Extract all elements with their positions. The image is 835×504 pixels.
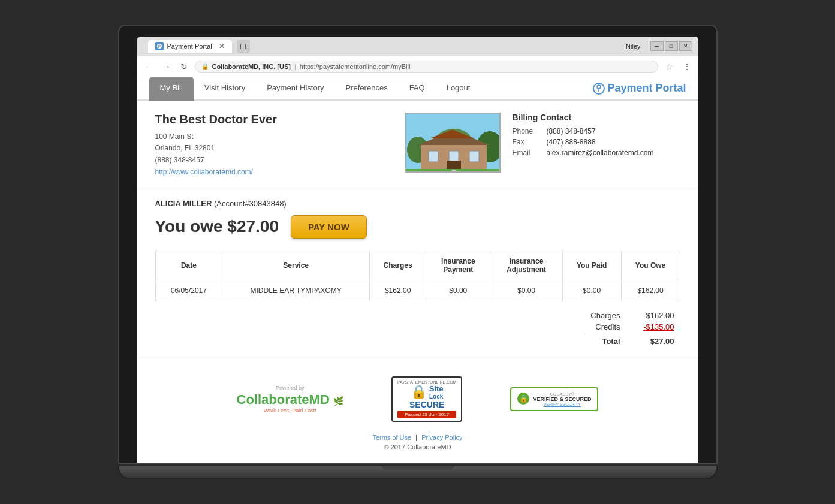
summary-charges-label: Charges bbox=[584, 311, 620, 320]
sitelock-lock-icon: 🔒 bbox=[411, 384, 427, 400]
sitelock-badge[interactable]: PAYSTATEMENTONLINE.COM 🔒 Site Lock SECUR… bbox=[391, 376, 463, 422]
summary-total-label: Total bbox=[584, 337, 620, 346]
page-footer: Powered by CollaborateMD 🌿 Work Less, Pa… bbox=[137, 358, 698, 463]
collaborate-logo: Powered by CollaborateMD 🌿 Work Less, Pa… bbox=[237, 385, 343, 414]
address-line1: 100 Main St bbox=[155, 131, 393, 143]
cell-insurance-payment: $0.00 bbox=[426, 280, 490, 301]
you-owe-section: You owe $27.00 PAY NOW bbox=[155, 215, 680, 239]
practice-section: The Best Doctor Ever 100 Main St Orlando… bbox=[137, 101, 698, 189]
billing-email-value: alex.ramirez@collaboratemd.com bbox=[547, 149, 654, 157]
maximize-button[interactable]: □ bbox=[665, 41, 678, 51]
summary-charges-value: $162.00 bbox=[632, 311, 674, 320]
tab-payment-history[interactable]: Payment History bbox=[256, 77, 334, 101]
summary-charges-row: Charges $162.00 bbox=[584, 311, 674, 320]
practice-phone: (888) 348-8457 bbox=[155, 155, 393, 166]
privacy-link[interactable]: Privacy Policy bbox=[421, 434, 462, 441]
portal-logo-icon bbox=[593, 83, 605, 95]
summary-total-row: Total $27.00 bbox=[584, 334, 674, 346]
forward-button[interactable]: → bbox=[160, 61, 173, 73]
tab-close-button[interactable]: ✕ bbox=[219, 42, 225, 50]
back-button[interactable]: ← bbox=[142, 61, 155, 73]
practice-address: 100 Main St Orlando, FL 32801 (888) 348-… bbox=[155, 131, 393, 166]
billing-contact: Billing Contact Phone (888) 348-8457 Fax… bbox=[513, 113, 680, 177]
address-separator: | bbox=[294, 63, 296, 70]
footer-links: Terms of Use | Privacy Policy bbox=[149, 434, 686, 441]
browser-tab[interactable]: P Payment Portal ✕ bbox=[148, 40, 232, 53]
browser-chrome: P Payment Portal ✕ □ Niley ─ □ ✕ ← → ↻ bbox=[137, 37, 698, 463]
laptop-shell: P Payment Portal ✕ □ Niley ─ □ ✕ ← → ↻ bbox=[118, 25, 718, 479]
collaborate-tagline: Work Less, Paid Fast! bbox=[237, 408, 343, 414]
godaddy-badge[interactable]: 🔒 GODADDY® VERIFIED & SECURED VERIFY SEC… bbox=[510, 387, 598, 411]
cell-you-owe: $162.00 bbox=[621, 280, 680, 301]
tab-faq[interactable]: FAQ bbox=[399, 77, 436, 101]
footer-logos: Powered by CollaborateMD 🌿 Work Less, Pa… bbox=[149, 376, 686, 422]
minimize-button[interactable]: ─ bbox=[650, 41, 664, 51]
summary-credits-row: Credits -$135.00 bbox=[584, 322, 674, 331]
footer-separator: | bbox=[415, 434, 417, 441]
table-header-row: Date Service Charges InsurancePayment In… bbox=[155, 251, 680, 280]
sitelock-site-text: Site bbox=[429, 384, 444, 393]
portal-logo: Payment Portal bbox=[593, 77, 686, 99]
terms-link[interactable]: Terms of Use bbox=[372, 434, 411, 441]
billing-contact-title: Billing Contact bbox=[513, 113, 680, 122]
col-you-owe: You Owe bbox=[621, 251, 680, 280]
refresh-button[interactable]: ↻ bbox=[178, 61, 190, 73]
practice-info: The Best Doctor Ever 100 Main St Orlando… bbox=[155, 113, 393, 177]
collaborate-leaf-icon: 🌿 bbox=[333, 396, 343, 406]
billing-fax-value: (407) 888-8888 bbox=[547, 138, 596, 146]
cell-service: MIDDLE EAR TYMPAXOMY bbox=[222, 280, 370, 301]
cell-charges: $162.00 bbox=[369, 280, 426, 301]
patient-name: ALICIA MILLER bbox=[155, 199, 212, 208]
col-service: Service bbox=[222, 251, 370, 280]
collaborate-name-part1: Collaborate bbox=[237, 392, 309, 407]
sitelock-lock-text: Lock bbox=[429, 393, 444, 400]
svg-rect-12 bbox=[469, 151, 479, 162]
address-origin: CollaborateMD, INC. [US] bbox=[212, 63, 291, 70]
tab-favicon: P bbox=[155, 42, 164, 50]
billing-email-row: Email alex.ramirez@collaboratemd.com bbox=[513, 149, 680, 157]
tab-preferences[interactable]: Preferences bbox=[335, 77, 399, 101]
practice-name: The Best Doctor Ever bbox=[155, 113, 393, 126]
godaddy-verify-link[interactable]: VERIFY SECURITY bbox=[533, 402, 591, 406]
practice-image bbox=[405, 113, 501, 173]
billing-phone-label: Phone bbox=[513, 127, 539, 135]
col-date: Date bbox=[155, 251, 222, 280]
powered-by-text: Powered by bbox=[237, 385, 343, 391]
screen-bezel: P Payment Portal ✕ □ Niley ─ □ ✕ ← → ↻ bbox=[118, 25, 718, 464]
tab-my-bill[interactable]: My Bill bbox=[149, 77, 194, 101]
summary-credits-value: -$135.00 bbox=[632, 322, 674, 331]
summary-credits-label: Credits bbox=[584, 322, 620, 331]
svg-point-2 bbox=[597, 85, 601, 89]
browser-user-name: Niley bbox=[626, 43, 640, 50]
collaborate-name: CollaborateMD 🌿 bbox=[237, 392, 343, 408]
address-line2: Orlando, FL 32801 bbox=[155, 143, 393, 154]
browser-addressbar: ← → ↻ 🔒 CollaborateMD, INC. [US] | https… bbox=[137, 56, 698, 77]
new-tab-button[interactable]: □ bbox=[237, 40, 250, 53]
cell-insurance-adjustment: $0.00 bbox=[490, 280, 562, 301]
godaddy-brand: GODADDY® bbox=[533, 392, 591, 396]
address-bar[interactable]: 🔒 CollaborateMD, INC. [US] | https://pay… bbox=[195, 61, 658, 73]
bookmark-button[interactable]: ☆ bbox=[663, 61, 676, 73]
laptop-bottom bbox=[118, 466, 718, 479]
pay-now-button[interactable]: PAY NOW bbox=[291, 215, 367, 239]
godaddy-verified-text: VERIFIED & SECURED bbox=[533, 396, 591, 402]
patient-section: ALICIA MILLER (Account#30843848) You owe… bbox=[137, 189, 698, 358]
sitelock-domain: PAYSTATEMENTONLINE.COM bbox=[397, 380, 457, 384]
tab-visit-history[interactable]: Visit History bbox=[194, 77, 256, 101]
close-button[interactable]: ✕ bbox=[679, 41, 692, 51]
table-row: 06/05/2017 MIDDLE EAR TYMPAXOMY $162.00 … bbox=[155, 280, 680, 301]
tab-logout[interactable]: Logout bbox=[436, 77, 481, 101]
col-insurance-adjustment: InsuranceAdjustment bbox=[490, 251, 562, 280]
account-number-label: Account# bbox=[216, 199, 249, 208]
portal-logo-text: Payment Portal bbox=[607, 82, 686, 95]
svg-rect-10 bbox=[429, 151, 438, 162]
godaddy-icon: 🔒 bbox=[517, 393, 529, 405]
billing-phone-value: (888) 348-8457 bbox=[547, 127, 596, 135]
patient-name-line: ALICIA MILLER (Account#30843848) bbox=[155, 199, 680, 208]
practice-website[interactable]: http://www.collaboratemd.com/ bbox=[155, 168, 253, 176]
browser-menu-button[interactable]: ⋮ bbox=[680, 61, 694, 73]
nav-tabs: My Bill Visit History Payment History Pr… bbox=[137, 77, 698, 101]
collaborate-name-md: MD bbox=[309, 392, 330, 407]
col-insurance-payment: InsurancePayment bbox=[426, 251, 490, 280]
col-charges: Charges bbox=[369, 251, 426, 280]
